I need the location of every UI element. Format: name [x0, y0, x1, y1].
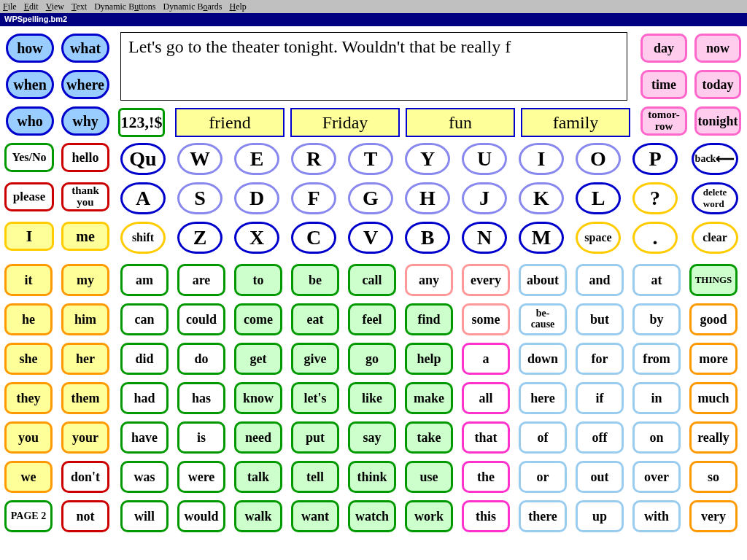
word-really[interactable]: really: [689, 421, 738, 454]
word-feel[interactable]: feel: [348, 303, 396, 335]
word-this[interactable]: this: [462, 500, 510, 532]
word-work[interactable]: work: [405, 500, 453, 532]
word-want[interactable]: want: [291, 500, 339, 532]
prediction-p4[interactable]: family: [521, 108, 630, 137]
word-him[interactable]: him: [61, 303, 109, 335]
word-will[interactable]: will: [120, 500, 169, 532]
word-walk[interactable]: walk: [234, 500, 282, 532]
word-call[interactable]: call: [348, 264, 396, 296]
word-can[interactable]: can: [120, 303, 169, 335]
key-D[interactable]: D: [234, 182, 279, 214]
word-with[interactable]: with: [632, 500, 681, 532]
word-in[interactable]: in: [632, 382, 681, 414]
word-they[interactable]: they: [4, 382, 53, 414]
topic-day[interactable]: day: [640, 34, 687, 63]
word-the[interactable]: the: [462, 461, 510, 493]
word-on[interactable]: on: [632, 421, 681, 454]
word-did[interactable]: did: [120, 343, 169, 375]
word-all[interactable]: all: [462, 382, 510, 414]
key-U[interactable]: U: [462, 143, 507, 175]
key-B[interactable]: B: [405, 222, 450, 254]
word-my[interactable]: my: [61, 264, 109, 296]
word-by[interactable]: by: [632, 303, 681, 335]
word-for[interactable]: for: [576, 343, 624, 375]
menu-dynamic-boards[interactable]: Dynamic Boards: [163, 1, 222, 12]
key-Qu[interactable]: Qu: [120, 143, 166, 175]
word-talk[interactable]: talk: [234, 461, 282, 493]
word-here[interactable]: here: [519, 382, 567, 414]
key-question[interactable]: ?: [632, 182, 678, 214]
word-do[interactable]: do: [177, 343, 225, 375]
word-your[interactable]: your: [61, 421, 109, 454]
word-like[interactable]: like: [348, 382, 396, 414]
word-had[interactable]: had: [120, 382, 169, 414]
word-were[interactable]: were: [177, 461, 225, 493]
key-S[interactable]: S: [177, 182, 222, 214]
word-be[interactable]: be: [291, 264, 339, 296]
key-R[interactable]: R: [291, 143, 336, 175]
key-F[interactable]: F: [291, 182, 336, 214]
word-much[interactable]: much: [689, 382, 738, 414]
word-you[interactable]: you: [4, 421, 53, 454]
key-W[interactable]: W: [177, 143, 222, 175]
word-her[interactable]: her: [61, 343, 109, 375]
word-out[interactable]: out: [576, 461, 624, 493]
word-there[interactable]: there: [519, 500, 567, 532]
word-watch[interactable]: watch: [348, 500, 396, 532]
word-she[interactable]: she: [4, 343, 53, 375]
key-V[interactable]: V: [348, 222, 393, 254]
key-O[interactable]: O: [576, 143, 621, 175]
word-think[interactable]: think: [348, 461, 396, 493]
phrase-thankyou[interactable]: thank you: [61, 182, 109, 211]
key-N[interactable]: N: [462, 222, 507, 254]
word-have[interactable]: have: [120, 421, 169, 454]
wh-who[interactable]: who: [6, 106, 54, 136]
word-about[interactable]: about: [519, 264, 567, 296]
wh-what[interactable]: what: [61, 34, 109, 63]
symbols-button[interactable]: 123,!$: [118, 108, 165, 137]
prediction-p1[interactable]: friend: [175, 108, 285, 137]
key-L[interactable]: L: [576, 182, 621, 214]
wh-why[interactable]: why: [61, 106, 109, 136]
word-of[interactable]: of: [519, 421, 567, 454]
key-shift[interactable]: shift: [120, 222, 166, 254]
key-space[interactable]: space: [576, 222, 621, 254]
word-eat[interactable]: eat: [291, 303, 339, 335]
key-I[interactable]: I: [519, 143, 564, 175]
word-come[interactable]: come: [234, 303, 282, 335]
word-not[interactable]: not: [61, 500, 109, 532]
key-J[interactable]: J: [462, 182, 507, 214]
word-down[interactable]: down: [519, 343, 567, 375]
word-more[interactable]: more: [689, 343, 738, 375]
key-C[interactable]: C: [291, 222, 336, 254]
key-M[interactable]: M: [519, 222, 564, 254]
word-off[interactable]: off: [576, 421, 624, 454]
word-help[interactable]: help: [405, 343, 453, 375]
menu-dynamic-buttons[interactable]: Dynamic Buttons: [94, 1, 155, 12]
word-if[interactable]: if: [576, 382, 624, 414]
word-go[interactable]: go: [348, 343, 396, 375]
topic-tonight[interactable]: tonight: [694, 106, 741, 136]
word-that[interactable]: that: [462, 421, 510, 454]
topic-now[interactable]: now: [694, 34, 741, 63]
key-delete-word[interactable]: delete word: [692, 182, 738, 214]
topic-tomorrow[interactable]: tomor- row: [640, 106, 687, 136]
key-X[interactable]: X: [234, 222, 279, 254]
key-K[interactable]: K: [519, 182, 564, 214]
word-any[interactable]: any: [405, 264, 453, 296]
word-some[interactable]: some: [462, 303, 510, 335]
word-them[interactable]: them: [61, 382, 109, 414]
word-up[interactable]: up: [576, 500, 624, 532]
menu-help[interactable]: Help: [230, 1, 247, 12]
prediction-p3[interactable]: fun: [406, 108, 515, 137]
key-period[interactable]: .: [632, 222, 678, 254]
word-put[interactable]: put: [291, 421, 339, 454]
phrase-I[interactable]: I: [4, 222, 54, 251]
word-make[interactable]: make: [405, 382, 453, 414]
key-A[interactable]: A: [120, 182, 166, 214]
word-we[interactable]: we: [4, 461, 53, 493]
phrase-yesno[interactable]: Yes/No: [4, 143, 54, 172]
topic-today[interactable]: today: [694, 70, 741, 99]
menu-view[interactable]: View: [46, 1, 64, 12]
word-every[interactable]: every: [462, 264, 510, 296]
